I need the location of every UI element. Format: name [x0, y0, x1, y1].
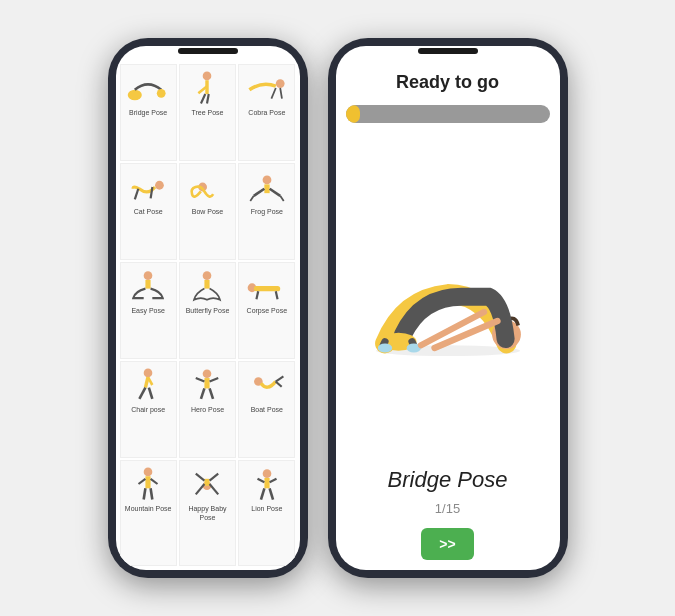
- svg-point-28: [144, 369, 153, 378]
- ready-title: Ready to go: [396, 72, 499, 93]
- next-button[interactable]: >>: [421, 528, 473, 560]
- svg-point-42: [144, 468, 153, 477]
- list-item[interactable]: Bow Pose: [179, 163, 236, 260]
- svg-point-22: [203, 272, 212, 281]
- cobra-pose-label: Cobra Pose: [248, 109, 285, 117]
- svg-point-0: [128, 90, 142, 101]
- lion-pose-icon: [245, 465, 289, 503]
- cobra-pose-icon: [245, 69, 289, 107]
- bow-pose-icon: [185, 168, 229, 206]
- list-item[interactable]: Chair pose: [120, 361, 177, 458]
- frog-pose-label: Frog Pose: [251, 208, 283, 216]
- svg-line-16: [254, 189, 265, 196]
- corpse-pose-icon: [245, 267, 289, 305]
- cat-pose-label: Cat Pose: [134, 208, 163, 216]
- svg-line-44: [139, 479, 146, 484]
- phone-notch-right: [418, 48, 478, 54]
- list-item[interactable]: Bridge Pose: [120, 64, 177, 161]
- svg-line-32: [149, 388, 152, 399]
- pose-illustration: [346, 139, 550, 467]
- svg-point-10: [155, 181, 164, 190]
- svg-line-12: [151, 187, 153, 198]
- svg-rect-43: [146, 477, 151, 489]
- svg-line-37: [201, 389, 204, 399]
- list-item[interactable]: Hero Pose: [179, 361, 236, 458]
- boat-pose-label: Boat Pose: [251, 406, 283, 414]
- corpse-pose-label: Corpse Pose: [247, 307, 287, 315]
- svg-line-31: [140, 388, 146, 399]
- left-phone: Bridge Pose Tree Pose Cobra Pose: [108, 38, 308, 578]
- svg-point-66: [377, 344, 391, 353]
- list-item[interactable]: Cat Pose: [120, 163, 177, 260]
- svg-line-46: [144, 489, 146, 500]
- svg-line-53: [210, 484, 219, 494]
- svg-line-6: [207, 94, 209, 104]
- list-item[interactable]: Mountain Pose: [120, 460, 177, 566]
- svg-line-26: [256, 292, 258, 300]
- svg-point-7: [276, 79, 285, 88]
- svg-line-45: [151, 479, 158, 484]
- svg-line-5: [201, 94, 205, 104]
- bridge-pose-label: Bridge Pose: [129, 109, 167, 117]
- svg-point-54: [262, 470, 271, 479]
- butterfly-pose-icon: [185, 267, 229, 305]
- list-item[interactable]: Boat Pose: [238, 361, 295, 458]
- svg-line-41: [275, 382, 281, 387]
- svg-line-52: [196, 484, 205, 494]
- cat-pose-icon: [126, 168, 170, 206]
- pose-counter: 1/15: [435, 501, 460, 516]
- pose-grid: Bridge Pose Tree Pose Cobra Pose: [120, 64, 296, 566]
- mountain-pose-icon: [126, 465, 170, 503]
- svg-rect-55: [264, 478, 269, 488]
- tree-pose-label: Tree Pose: [191, 109, 223, 117]
- list-item[interactable]: Lion Pose: [238, 460, 295, 566]
- svg-line-18: [250, 196, 254, 201]
- progress-bar: [346, 105, 550, 123]
- svg-line-40: [275, 377, 283, 382]
- right-phone-screen: Ready to go: [336, 46, 560, 570]
- svg-line-35: [196, 378, 205, 381]
- list-item[interactable]: Corpse Pose: [238, 262, 295, 359]
- lion-pose-label: Lion Pose: [251, 505, 282, 513]
- list-item[interactable]: Frog Pose: [238, 163, 295, 260]
- easy-pose-icon: [126, 267, 170, 305]
- svg-line-9: [280, 88, 282, 99]
- svg-point-20: [144, 272, 153, 281]
- hero-pose-label: Hero Pose: [191, 406, 224, 414]
- svg-line-58: [261, 489, 264, 500]
- svg-rect-34: [205, 378, 210, 388]
- boat-pose-icon: [245, 366, 289, 404]
- left-phone-screen: Bridge Pose Tree Pose Cobra Pose: [116, 46, 300, 570]
- svg-line-50: [196, 474, 205, 481]
- tree-pose-icon: [185, 69, 229, 107]
- list-item[interactable]: Easy Pose: [120, 262, 177, 359]
- svg-point-14: [262, 176, 271, 185]
- mountain-pose-label: Mountain Pose: [125, 505, 172, 513]
- svg-line-59: [269, 489, 272, 500]
- happy-baby-pose-icon: [185, 465, 229, 503]
- happy-baby-pose-label: Happy Baby Pose: [182, 505, 233, 522]
- svg-line-47: [151, 489, 153, 500]
- svg-line-11: [135, 189, 139, 200]
- svg-point-1: [157, 89, 166, 98]
- list-item[interactable]: Cobra Pose: [238, 64, 295, 161]
- easy-pose-label: Easy Pose: [131, 307, 164, 315]
- pose-name: Bridge Pose: [388, 467, 508, 493]
- bow-pose-label: Bow Pose: [192, 208, 224, 216]
- svg-point-33: [203, 370, 212, 379]
- hero-pose-icon: [185, 366, 229, 404]
- svg-point-2: [203, 72, 212, 81]
- chair-pose-label: Chair pose: [131, 406, 165, 414]
- svg-line-38: [210, 389, 213, 399]
- svg-rect-15: [264, 184, 269, 193]
- svg-line-27: [276, 292, 278, 300]
- list-item[interactable]: Butterfly Pose: [179, 262, 236, 359]
- frog-pose-icon: [245, 168, 289, 206]
- svg-rect-23: [205, 280, 210, 289]
- svg-line-17: [269, 189, 280, 196]
- list-item[interactable]: Tree Pose: [179, 64, 236, 161]
- list-item[interactable]: Happy Baby Pose: [179, 460, 236, 566]
- svg-line-51: [210, 474, 219, 481]
- svg-line-19: [280, 196, 284, 201]
- svg-line-36: [210, 378, 219, 381]
